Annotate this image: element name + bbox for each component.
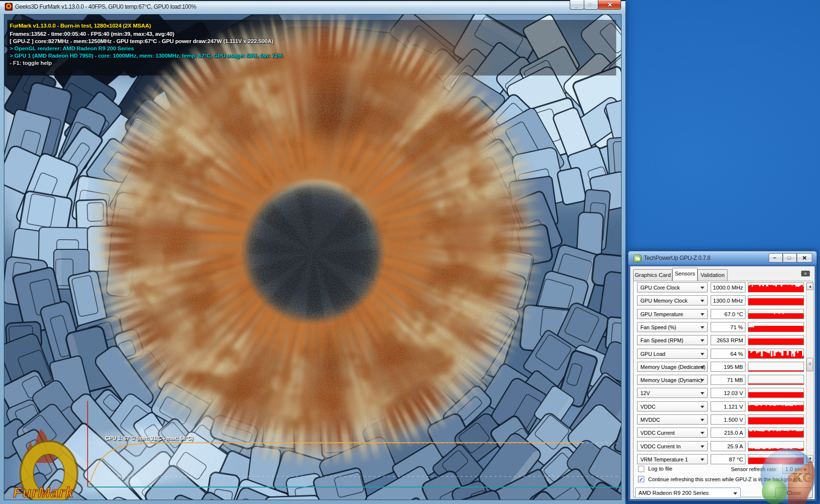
svg-text:KG: KG [793, 471, 812, 485]
svg-text:FurMark: FurMark [13, 484, 74, 500]
